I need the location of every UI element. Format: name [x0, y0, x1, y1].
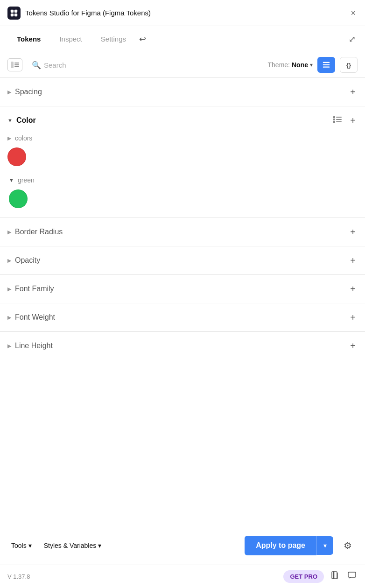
bottom-settings-button[interactable]: ⚙ — [338, 536, 358, 555]
svg-rect-0 — [11, 9, 14, 12]
sub-group-green: ▼ green — [0, 174, 365, 217]
colors-swatches — [7, 145, 358, 169]
tab-tokens[interactable]: Tokens — [7, 31, 50, 47]
green-subgroup-label: green — [18, 176, 35, 184]
svg-rect-1 — [14, 9, 17, 12]
svg-rect-3 — [14, 13, 17, 16]
view-json-button[interactable]: {} — [340, 57, 358, 73]
green-swatches — [9, 187, 358, 211]
styles-chevron-icon: ▾ — [98, 542, 101, 549]
status-bar: V 1.37.8 GET PRO — [0, 565, 365, 588]
border-radius-label: Border Radius — [15, 228, 63, 236]
opacity-chevron-right-icon: ▶ — [7, 258, 11, 264]
svg-rect-7 — [14, 66, 19, 67]
border-radius-actions: + — [348, 226, 358, 238]
tools-chevron-icon: ▾ — [28, 542, 32, 549]
section-spacing[interactable]: ▶ Spacing + — [0, 78, 365, 106]
close-button[interactable]: × — [349, 7, 358, 19]
styles-variables-label: Styles & Variables — [44, 542, 97, 549]
chat-icon — [347, 571, 357, 580]
color-label: Color — [16, 116, 36, 125]
section-border-radius[interactable]: ▶ Border Radius + — [0, 218, 365, 246]
border-radius-add-button[interactable]: + — [348, 226, 358, 238]
view-list-button[interactable] — [317, 57, 335, 73]
color-add-button[interactable]: + — [348, 115, 358, 126]
sidebar-toggle-icon — [11, 62, 19, 68]
expand-button[interactable]: ⤢ — [347, 32, 358, 46]
font-weight-chevron-right-icon: ▶ — [7, 315, 11, 321]
app-logo-icon — [10, 9, 18, 17]
theme-selector[interactable]: Theme: None ▾ — [268, 61, 313, 69]
get-pro-button[interactable]: GET PRO — [283, 570, 324, 583]
color-section-header[interactable]: ▼ Color + — [0, 106, 365, 131]
toolbar: 🔍 Search Theme: None ▾ {} — [0, 52, 365, 78]
tools-button[interactable]: Tools ▾ — [7, 539, 35, 552]
chat-icon-button[interactable] — [346, 570, 358, 583]
line-height-chevron-right-icon: ▶ — [7, 343, 11, 349]
tab-inspect[interactable]: Inspect — [50, 31, 91, 47]
sidebar-toggle-button[interactable] — [7, 58, 22, 71]
spacing-add-button[interactable]: + — [348, 86, 358, 98]
search-icon: 🔍 — [32, 61, 41, 70]
svg-rect-14 — [336, 117, 342, 118]
theme-chevron-icon: ▾ — [310, 62, 313, 68]
font-weight-label: Font Weight — [15, 313, 55, 322]
section-line-height[interactable]: ▶ Line Height + — [0, 332, 365, 360]
apply-chevron-button[interactable]: ▾ — [316, 536, 333, 555]
tab-settings[interactable]: Settings — [91, 31, 135, 47]
svg-rect-10 — [323, 67, 330, 68]
section-opacity[interactable]: ▶ Opacity + — [0, 246, 365, 275]
svg-rect-9 — [323, 64, 330, 65]
red-color-swatch[interactable] — [7, 147, 26, 166]
search-box[interactable]: 🔍 Search — [27, 58, 263, 72]
font-family-chevron-right-icon: ▶ — [7, 286, 11, 292]
section-spacing-left: ▶ Spacing — [7, 88, 42, 96]
section-border-radius-left: ▶ Border Radius — [7, 228, 63, 236]
nav-bar: Tokens Inspect Settings ↩ ⤢ — [0, 26, 365, 52]
svg-rect-5 — [14, 63, 19, 63]
status-right: GET PRO — [283, 570, 358, 583]
apply-group: Apply to page ▾ — [245, 536, 333, 555]
styles-variables-button[interactable]: Styles & Variables ▾ — [40, 539, 105, 552]
content-area: ▶ Spacing + ▼ Color — [0, 78, 365, 416]
colors-subgroup-label: colors — [15, 134, 32, 142]
border-radius-chevron-right-icon: ▶ — [7, 229, 11, 235]
svg-rect-8 — [323, 62, 330, 63]
section-font-weight[interactable]: ▶ Font Weight + — [0, 303, 365, 332]
font-family-label: Font Family — [15, 285, 54, 293]
section-opacity-left: ▶ Opacity — [7, 256, 40, 265]
font-family-actions: + — [348, 283, 358, 294]
line-height-label: Line Height — [15, 342, 53, 350]
undo-button[interactable]: ↩ — [137, 32, 148, 46]
svg-rect-4 — [11, 62, 14, 68]
svg-rect-16 — [336, 121, 342, 122]
book-icon — [330, 571, 340, 580]
font-weight-add-button[interactable]: + — [348, 312, 358, 323]
apply-to-page-button[interactable]: Apply to page — [245, 536, 316, 555]
search-placeholder: Search — [44, 61, 66, 69]
svg-rect-11 — [333, 116, 335, 118]
color-list-icon — [333, 116, 342, 123]
color-list-icon-button[interactable] — [331, 115, 344, 126]
color-section-title: ▼ Color — [7, 116, 36, 125]
book-icon-button[interactable] — [330, 570, 341, 583]
green-color-swatch[interactable] — [9, 189, 28, 208]
app-icon — [7, 7, 21, 20]
list-view-icon — [322, 61, 330, 69]
version-text: V 1.37.8 — [7, 573, 30, 580]
tools-label: Tools — [11, 542, 27, 549]
bottom-toolbar: Tools ▾ Styles & Variables ▾ Apply to pa… — [0, 529, 365, 562]
opacity-actions: + — [348, 255, 358, 266]
svg-rect-17 — [332, 572, 337, 579]
spacing-actions: + — [348, 86, 358, 98]
green-group-header[interactable]: ▼ green — [9, 174, 358, 187]
svg-rect-15 — [336, 119, 342, 120]
color-chevron-down-icon: ▼ — [7, 118, 13, 123]
app-title: Tokens Studio for Figma (Figma Tokens) — [25, 9, 151, 17]
opacity-add-button[interactable]: + — [348, 255, 358, 266]
section-font-family[interactable]: ▶ Font Family + — [0, 275, 365, 303]
line-height-add-button[interactable]: + — [348, 340, 358, 351]
color-section: ▼ Color + ▶ — [0, 106, 365, 218]
font-family-add-button[interactable]: + — [348, 283, 358, 294]
sub-group-colors-header[interactable]: ▶ colors — [7, 131, 358, 145]
